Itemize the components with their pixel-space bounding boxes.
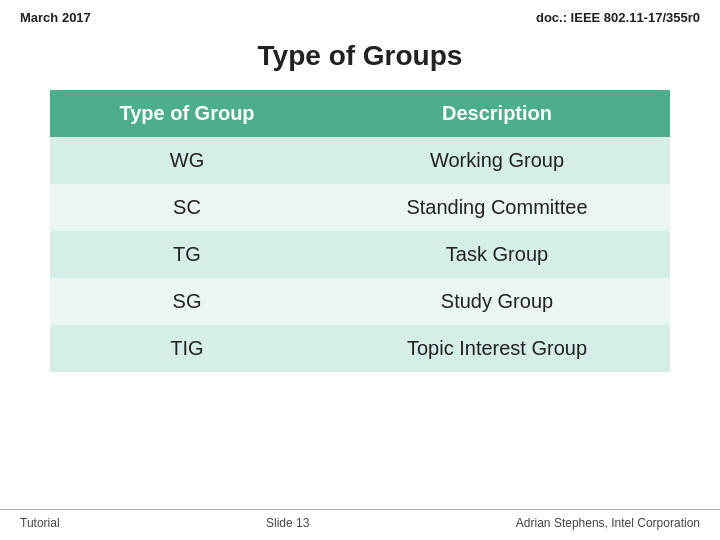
groups-table-container: Type of Group Description WGWorking Grou… [50,90,670,372]
footer-left: Tutorial [20,516,60,530]
cell-description: Study Group [324,278,670,325]
page-header: March 2017 doc.: IEEE 802.11-17/355r0 [0,0,720,30]
cell-type: SG [50,278,324,325]
header-left: March 2017 [20,10,91,25]
table-row: WGWorking Group [50,137,670,184]
cell-description: Standing Committee [324,184,670,231]
groups-table: Type of Group Description WGWorking Grou… [50,90,670,372]
footer-center: Slide 13 [266,516,309,530]
cell-type: TIG [50,325,324,372]
cell-type: SC [50,184,324,231]
cell-description: Task Group [324,231,670,278]
table-header-row: Type of Group Description [50,90,670,137]
page-title: Type of Groups [0,40,720,72]
table-row: SCStanding Committee [50,184,670,231]
table-row: SGStudy Group [50,278,670,325]
footer-right: Adrian Stephens, Intel Corporation [516,516,700,530]
cell-type: WG [50,137,324,184]
cell-type: TG [50,231,324,278]
col-header-type: Type of Group [50,90,324,137]
cell-description: Working Group [324,137,670,184]
table-row: TIGTopic Interest Group [50,325,670,372]
cell-description: Topic Interest Group [324,325,670,372]
col-header-description: Description [324,90,670,137]
page-footer: Tutorial Slide 13 Adrian Stephens, Intel… [0,509,720,530]
table-row: TGTask Group [50,231,670,278]
header-right: doc.: IEEE 802.11-17/355r0 [536,10,700,25]
